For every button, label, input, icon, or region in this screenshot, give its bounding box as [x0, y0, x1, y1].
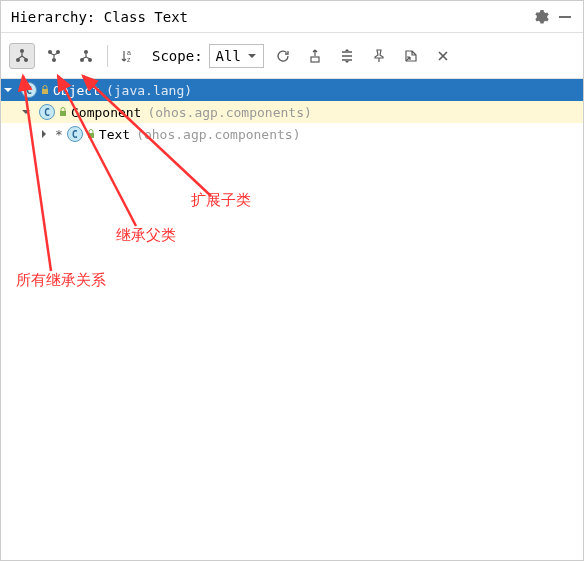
svg-rect-0 [559, 16, 571, 18]
panel-header: Hierarchy: Class Text [1, 1, 583, 33]
class-icon: C [39, 104, 55, 120]
toolbar-separator [107, 45, 108, 67]
class-icon: C [67, 126, 83, 142]
supertypes-hierarchy-button[interactable] [41, 43, 67, 69]
svg-point-1 [20, 49, 24, 53]
star-marker: * [55, 127, 63, 142]
svg-text:a: a [127, 49, 131, 56]
scope-label: Scope: [152, 48, 203, 64]
tree-row[interactable]: * C Text (ohos.agp.components) [1, 123, 583, 145]
svg-point-7 [84, 50, 88, 54]
toolbar: az Scope: All [1, 33, 583, 79]
svg-rect-14 [60, 111, 66, 116]
scope-select[interactable]: All [209, 44, 264, 68]
refresh-button[interactable] [270, 43, 296, 69]
scope-value: All [216, 48, 241, 64]
pin-button[interactable] [366, 43, 392, 69]
lock-icon [39, 84, 51, 96]
package-name: (ohos.agp.components) [147, 105, 311, 120]
package-name: (java.lang) [106, 83, 192, 98]
expand-arrow-icon[interactable] [1, 85, 15, 95]
sort-alphabetically-button[interactable]: az [116, 43, 142, 69]
class-name: Text [99, 127, 130, 142]
class-icon: C [21, 82, 37, 98]
expand-arrow-icon[interactable] [19, 107, 33, 117]
subtypes-hierarchy-button[interactable] [73, 43, 99, 69]
close-button[interactable] [430, 43, 456, 69]
svg-point-4 [52, 58, 56, 62]
autoscroll-button[interactable] [302, 43, 328, 69]
expand-arrow-icon[interactable] [37, 129, 51, 139]
class-name: Component [71, 105, 141, 120]
class-name: Object [53, 83, 100, 98]
svg-rect-13 [42, 89, 48, 94]
tree-row[interactable]: C Object (java.lang) [1, 79, 583, 101]
header-actions [533, 9, 573, 25]
expand-all-button[interactable] [334, 43, 360, 69]
export-button[interactable] [398, 43, 424, 69]
settings-icon[interactable] [533, 9, 549, 25]
lock-icon [85, 128, 97, 140]
class-hierarchy-button[interactable] [9, 43, 35, 69]
tree-row[interactable]: C Component (ohos.agp.components) [1, 101, 583, 123]
package-name: (ohos.agp.components) [136, 127, 300, 142]
svg-text:z: z [127, 56, 131, 63]
lock-icon [57, 106, 69, 118]
chevron-down-icon [247, 51, 257, 61]
svg-rect-15 [88, 133, 94, 138]
panel-title: Hierarchy: Class Text [11, 9, 188, 25]
minimize-icon[interactable] [557, 9, 573, 25]
hierarchy-tree[interactable]: C Object (java.lang) C Component (ohos.a… [1, 79, 583, 560]
svg-rect-12 [311, 57, 319, 62]
